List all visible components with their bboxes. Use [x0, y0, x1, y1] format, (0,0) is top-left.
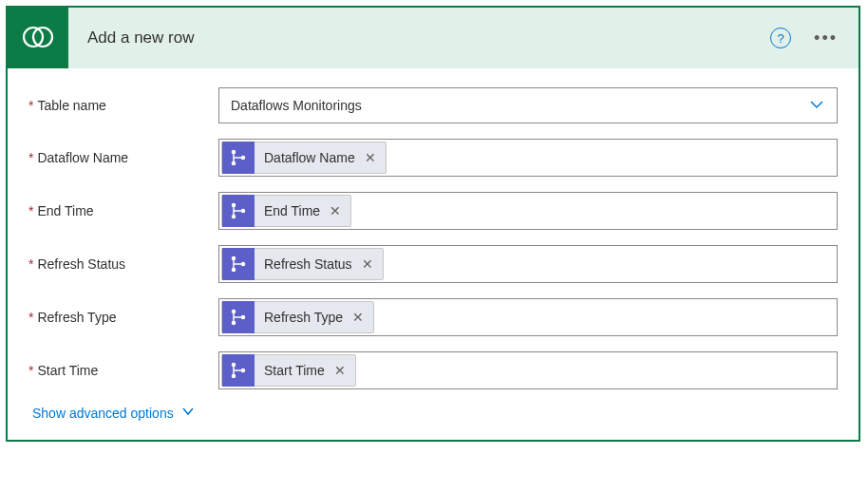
- dataflow-name-input[interactable]: Dataflow Name ✕: [218, 139, 838, 177]
- field-end-time: End Time ✕: [218, 192, 838, 230]
- required-asterisk: *: [28, 310, 33, 325]
- connector-icon-box: [8, 8, 68, 68]
- label-refresh-status: * Refresh Status: [28, 256, 218, 272]
- close-icon[interactable]: ✕: [360, 256, 375, 272]
- required-asterisk: *: [28, 98, 33, 113]
- close-icon[interactable]: ✕: [332, 363, 348, 378]
- card-header: Add a new row ? •••: [8, 8, 859, 68]
- dataverse-icon: [21, 20, 55, 57]
- token-label: End Time: [264, 203, 320, 218]
- field-dataflow-name: Dataflow Name ✕: [218, 139, 838, 177]
- start-time-input[interactable]: Start Time ✕: [218, 351, 838, 389]
- field-refresh-type: Refresh Type ✕: [218, 298, 838, 336]
- required-asterisk: *: [28, 203, 33, 218]
- row-start-time: * Start Time Start Time ✕: [28, 351, 838, 389]
- token-refresh-type: Refresh Type ✕: [221, 301, 374, 333]
- label-text: Start Time: [37, 363, 98, 378]
- label-start-time: * Start Time: [28, 363, 218, 378]
- more-icon[interactable]: •••: [810, 25, 841, 52]
- token-label: Refresh Type: [264, 310, 343, 325]
- row-end-time: * End Time End Time ✕: [28, 192, 838, 230]
- dynamic-content-icon: [222, 248, 255, 280]
- close-icon[interactable]: ✕: [328, 203, 343, 218]
- refresh-status-input[interactable]: Refresh Status ✕: [218, 245, 838, 283]
- dynamic-content-icon: [222, 142, 255, 174]
- label-text: Refresh Status: [37, 256, 125, 272]
- label-text: Refresh Type: [37, 310, 116, 325]
- chevron-down-icon: [808, 96, 825, 116]
- required-asterisk: *: [28, 256, 33, 272]
- label-dataflow-name: * Dataflow Name: [28, 150, 218, 165]
- field-start-time: Start Time ✕: [218, 351, 838, 389]
- advanced-label: Show advanced options: [32, 406, 174, 421]
- header-actions: ? •••: [770, 25, 859, 52]
- field-refresh-status: Refresh Status ✕: [218, 245, 838, 283]
- label-table-name: * Table name: [28, 98, 218, 113]
- token-start-time: Start Time ✕: [221, 354, 356, 387]
- token-dataflow-name: Dataflow Name ✕: [221, 142, 387, 174]
- field-table-name: Dataflows Monitorings: [218, 87, 838, 123]
- row-refresh-status: * Refresh Status Refresh Status ✕: [28, 245, 838, 283]
- end-time-input[interactable]: End Time ✕: [218, 192, 838, 230]
- close-icon[interactable]: ✕: [363, 150, 378, 165]
- dynamic-content-icon: [222, 301, 255, 333]
- required-asterisk: *: [28, 150, 33, 165]
- label-text: End Time: [37, 203, 93, 218]
- close-icon[interactable]: ✕: [350, 310, 366, 325]
- required-asterisk: *: [28, 363, 33, 378]
- refresh-type-input[interactable]: Refresh Type ✕: [218, 298, 838, 336]
- token-label: Dataflow Name: [264, 150, 355, 165]
- row-refresh-type: * Refresh Type Refresh Type ✕: [28, 298, 838, 336]
- token-refresh-status: Refresh Status ✕: [221, 248, 384, 280]
- label-end-time: * End Time: [28, 203, 218, 218]
- dropdown-value: Dataflows Monitorings: [231, 98, 808, 113]
- chevron-down-icon: [181, 405, 195, 421]
- action-card: Add a new row ? ••• * Table name Dataflo…: [6, 6, 860, 442]
- token-label: Start Time: [264, 363, 325, 378]
- card-body: * Table name Dataflows Monitorings * Dat…: [8, 68, 859, 440]
- show-advanced-options[interactable]: Show advanced options: [28, 405, 838, 421]
- row-dataflow-name: * Dataflow Name Dataflow Name ✕: [28, 139, 838, 177]
- token-end-time: End Time ✕: [221, 195, 351, 227]
- dynamic-content-icon: [222, 354, 255, 387]
- label-refresh-type: * Refresh Type: [28, 310, 218, 325]
- help-icon[interactable]: ?: [770, 28, 791, 48]
- row-table-name: * Table name Dataflows Monitorings: [28, 87, 838, 123]
- card-title: Add a new row: [68, 28, 770, 47]
- label-text: Dataflow Name: [37, 150, 128, 165]
- token-label: Refresh Status: [264, 256, 352, 272]
- label-text: Table name: [37, 98, 105, 113]
- dynamic-content-icon: [222, 195, 255, 227]
- table-name-dropdown[interactable]: Dataflows Monitorings: [218, 87, 838, 123]
